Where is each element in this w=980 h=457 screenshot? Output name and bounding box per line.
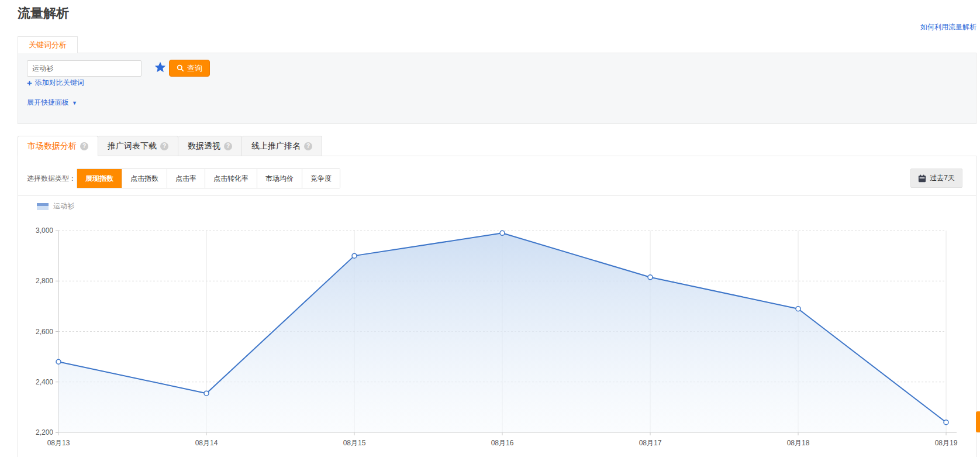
tab-keyword-analysis-label: 关键词分析 [29,40,67,50]
x-axis-label: 08月16 [491,439,514,447]
data-point[interactable] [648,275,653,280]
data-point[interactable] [352,253,357,258]
series-area [58,233,946,432]
feedback-flyout-edge[interactable] [976,411,980,432]
y-axis-label: 2,400 [36,378,53,386]
keyword-panel: 查询 + 添加对比关键词 展开快捷面板 ▼ [18,53,976,124]
help-icon[interactable]: ? [80,142,88,150]
add-compare-keyword-link[interactable]: + 添加对比关键词 [27,78,84,88]
y-axis-label: 3,000 [36,226,53,235]
x-axis-label: 08月14 [195,439,218,447]
market-data-panel: 选择数据类型： 展现指数 点击指数 点击率 点击转化率 市场均价 竞争度 过去7… [18,156,976,457]
expand-quick-panel-label: 展开快捷面板 [27,98,69,108]
trend-chart[interactable]: 2,2002,4002,6002,8003,00008月1308月1408月15… [18,208,977,454]
search-button[interactable]: 查询 [169,60,210,77]
star-icon [154,61,167,74]
y-axis-label: 2,800 [36,277,53,285]
tab-label: 数据透视 [188,141,220,152]
data-type-click-conversion-rate[interactable]: 点击转化率 [205,169,257,188]
y-axis-label: 2,600 [36,328,53,336]
tab-label: 市场数据分析 [27,141,77,152]
data-point[interactable] [796,307,800,311]
date-range-label: 过去7天 [930,173,955,183]
tab-promo-wordlist-download[interactable]: 推广词表下载 ? [98,136,178,156]
tab-label: 推广词表下载 [108,141,157,152]
data-type-click-rate[interactable]: 点击率 [167,169,205,188]
help-icon[interactable]: ? [304,142,312,150]
search-button-label: 查询 [187,63,202,74]
chart-controls-row: 选择数据类型： 展现指数 点击指数 点击率 点击转化率 市场均价 竞争度 过去7… [18,156,976,196]
x-axis-label: 08月17 [639,439,662,447]
tab-data-perspective[interactable]: 数据透视 ? [178,136,242,156]
x-axis-label: 08月19 [935,439,958,447]
data-point[interactable] [204,391,209,396]
help-icon[interactable]: ? [160,142,168,150]
page-title: 流量解析 [18,5,69,22]
x-axis-label: 08月15 [343,439,366,447]
data-type-click-index[interactable]: 点击指数 [122,169,167,188]
data-type-competition[interactable]: 竞争度 [302,169,340,188]
favorite-star-icon[interactable] [154,61,167,74]
expand-quick-panel-link[interactable]: 展开快捷面板 ▼ [27,98,77,108]
date-range-button[interactable]: 过去7天 [910,169,962,188]
data-type-button-group: 展现指数 点击指数 点击率 点击转化率 市场均价 竞争度 [77,169,340,188]
tab-online-promo-ranking[interactable]: 线上推广排名 ? [242,136,322,156]
x-axis-label: 08月18 [787,439,810,447]
add-compare-keyword-label: 添加对比关键词 [35,78,84,88]
tab-label: 线上推广排名 [251,141,301,152]
trend-chart-svg: 2,2002,4002,6002,8003,00008月1308月1408月15… [18,208,977,454]
search-icon [177,64,184,72]
data-point[interactable] [56,359,61,364]
analysis-tab-bar: 市场数据分析 ? 推广词表下载 ? 数据透视 ? 线上推广排名 ? [18,136,322,156]
keyword-input[interactable] [27,60,142,77]
data-point[interactable] [944,420,948,425]
tab-market-data-analysis[interactable]: 市场数据分析 ? [18,136,98,156]
chevron-down-icon: ▼ [72,100,77,106]
how-to-use-link[interactable]: 如何利用流量解析 [920,22,976,32]
tab-keyword-analysis[interactable]: 关键词分析 [18,36,78,53]
data-type-label: 选择数据类型： [27,174,76,184]
data-type-impression-index[interactable]: 展现指数 [77,169,122,188]
y-axis-label: 2,200 [36,428,53,437]
data-point[interactable] [500,231,505,235]
traffic-analysis-page: 流量解析 如何利用流量解析 关键词分析 查询 + 添加对比关键词 展开快捷面板 … [0,0,980,457]
x-axis-label: 08月13 [47,439,70,447]
plus-icon: + [27,78,32,87]
data-type-market-avg-price[interactable]: 市场均价 [257,169,302,188]
help-icon[interactable]: ? [224,142,232,150]
calendar-icon [918,174,926,183]
